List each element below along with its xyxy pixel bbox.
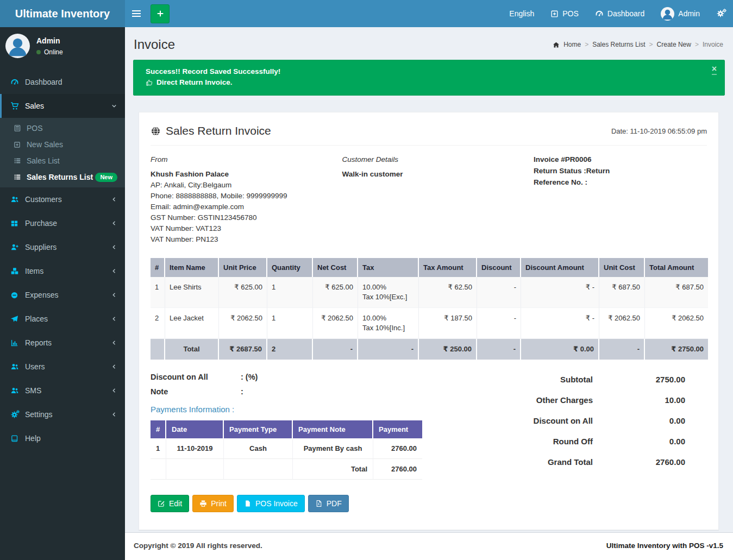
customer-section: Customer Details Walk-in customer [342,154,534,245]
payments-total-value: 2760.00 [373,459,422,480]
thumbs-up-icon [146,79,153,86]
brand-logo[interactable]: Ultimate Inventory [0,0,125,27]
breadcrumb-home[interactable]: Home [563,41,581,48]
col-unit-cost: Unit Cost [599,258,645,277]
sidebar-item-new-sales[interactable]: New Sales [0,136,125,153]
payments-header-row: # Date Payment Type Payment Note Payment [151,420,422,438]
return-status: Return Status :Return [534,166,707,177]
list-icon [12,157,22,165]
breadcrumb-separator: > [585,41,588,48]
invoice-info-row: From Khush Fashion Palace AP: Ankali, Ci… [151,154,707,245]
navbar-left [125,0,170,27]
col-quantity: Quantity [267,258,313,277]
cell-tax-amount: ₹ 62.50 [419,277,477,308]
from-heading: From [151,154,342,165]
pdf-button[interactable]: PDF [308,495,349,512]
cell-total-amount: ₹ 2062.50 [645,308,708,339]
sidebar-item-reports[interactable]: Reports [0,331,125,355]
file-icon [244,500,252,507]
cell-discount: - [477,277,521,308]
cell-total-amount: ₹ 687.50 [645,277,708,308]
chevron-left-icon [111,220,117,226]
sidebar-item-customers[interactable]: Customers [0,187,125,211]
sidebar-item-purchase[interactable]: Purchase [0,211,125,235]
sidebar-user-status: Online [36,48,63,56]
user-icon [5,34,30,58]
sidebar-item-sales[interactable]: Sales [0,94,125,118]
cell-unit-cost: ₹ 2062.50 [599,308,645,339]
sidebar-item-items[interactable]: Items [0,259,125,283]
other-charges-row: Other Charges 10.00 [505,395,707,405]
cell-payment-note: Payment By cash [293,438,373,459]
nav-dashboard-link[interactable]: Dashboard [587,0,653,27]
sidebar-item-pos[interactable]: POS [0,120,125,136]
chevron-left-icon [111,363,117,370]
user-icon [661,7,674,21]
copyright-text: Copyright © 2019 All rights reserved. [134,542,262,560]
sidebar-item-sales-list[interactable]: Sales List [0,153,125,169]
chevron-left-icon [111,196,117,203]
users-icon [9,195,20,204]
print-button[interactable]: Print [192,495,234,512]
grand-total-row: Grand Total 2760.00 [505,457,707,467]
language-menu[interactable]: English [501,0,542,27]
settings-menu[interactable] [708,0,733,27]
col-item-name: Item Name [165,258,219,277]
total-total-amount: ₹ 2750.00 [645,339,708,360]
online-status-dot [36,50,41,54]
sidebar-item-sales-returns-list[interactable]: Sales Returns List New [0,169,125,185]
nav-pos-link[interactable]: POS [542,0,587,27]
col-sn: # [151,420,166,438]
invoice-number: Invoice #PR0006 [534,154,707,165]
printer-icon [199,500,207,507]
breadcrumb-create-new[interactable]: Create New [657,41,691,48]
col-unit-price: Unit Price [219,258,267,277]
sidebar-item-dashboard[interactable]: Dashboard [0,70,125,94]
user-menu[interactable]: Admin [653,0,708,27]
sidebar-item-suppliers[interactable]: Suppliers [0,235,125,259]
col-payment: Payment [373,420,422,438]
payments-heading: Payments Information : [151,405,422,414]
minus-circle-icon [9,291,20,299]
col-payment-type: Payment Type [224,420,293,438]
edit-button[interactable]: Edit [151,495,189,512]
total-unit-price: ₹ 2687.50 [219,339,267,360]
items-total-row: Total ₹ 2687.50 2 - - ₹ 250.00 - ₹ 0.00 … [151,339,708,360]
subtotal-row: Subtotal 2750.00 [505,375,707,384]
payments-total-label: Total [293,459,373,480]
users-icon [9,362,20,371]
sidebar-user-panel: Admin Online [0,27,125,65]
sidebar-item-expenses[interactable]: Expenses [0,283,125,307]
breadcrumb: Home > Sales Returns List > Create New >… [553,41,723,48]
sidebar-user-name: Admin [36,36,63,45]
total-tax-amount: ₹ 250.00 [419,339,477,360]
cell-item-name: Lee Shirts [165,277,219,308]
breadcrumb-sales-returns-list[interactable]: Sales Returns List [592,41,645,48]
alert-message: Success!! Record Saved Successfully! [146,67,705,75]
col-tax: Tax [358,258,419,277]
pencil-square-icon [158,500,165,507]
sales-submenu-wrap: POS New Sales Sales List Sales Returns L… [0,118,125,187]
plus-square-icon [12,141,22,148]
sidebar-item-help[interactable]: Help [0,426,125,450]
quick-add-button[interactable] [151,4,170,23]
chevron-left-icon [111,339,117,346]
globe-icon [151,126,161,136]
sidebar-toggle-button[interactable] [125,0,148,27]
cell-payment-type: Cash [224,438,293,459]
total-discount-amount: ₹ 0.00 [521,339,599,360]
chevron-left-icon [111,387,117,394]
total-net-cost: - [313,339,358,360]
pos-invoice-button[interactable]: POS Invoice [237,495,305,512]
close-icon[interactable]: × [712,65,717,75]
sidebar-item-users[interactable]: Users [0,355,125,379]
from-phone: Phone: 8888888888, Mobile: 9999999999 [151,191,342,202]
book-icon [9,435,20,443]
payments-section: Discount on All : (%) Note : Payments In… [151,373,422,480]
sidebar-item-places[interactable]: Places [0,307,125,331]
sidebar-item-sms[interactable]: SMS [0,379,125,402]
breadcrumb-separator: > [649,41,653,48]
dashboard-icon [595,9,604,18]
top-navbar: Ultimate Inventory English POS Dashboard [0,0,733,27]
sidebar-item-settings[interactable]: Settings [0,402,125,426]
